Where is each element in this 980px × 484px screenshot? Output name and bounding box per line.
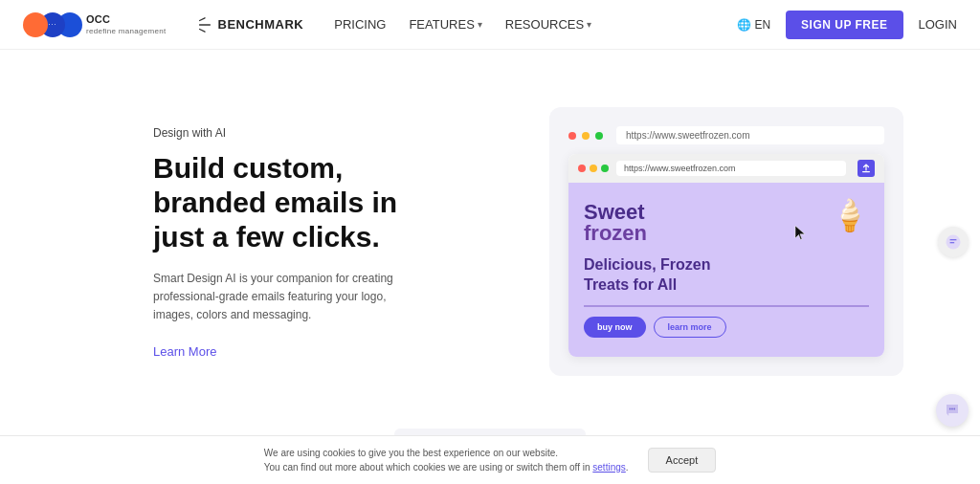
preview-learn-button[interactable]: learn more — [654, 317, 726, 338]
email-browser-bar: https://www.sweetfrozen.com — [568, 154, 884, 183]
design-ai-label: Design with AI — [153, 126, 421, 140]
inner-dot-yellow — [590, 165, 597, 172]
url-input[interactable]: https://www.sweetfrozen.com — [616, 161, 846, 176]
logo-text-block: OCC redefine management — [86, 13, 167, 35]
upload-icon — [861, 164, 871, 173]
inner-dot-red — [578, 165, 586, 172]
side-chat — [938, 227, 969, 257]
svg-line-2 — [199, 29, 204, 32]
nav-resources[interactable]: RESOURCES ▾ — [505, 17, 591, 32]
hero-text-block: Design with AI Build custom, branded ema… — [153, 107, 421, 360]
browser-dot-red — [568, 132, 576, 140]
browser-url-bar: https://www.sweetfrozen.com — [616, 126, 884, 144]
cookie-text: We are using cookies to give you the bes… — [264, 446, 629, 474]
cookie-banner: We are using cookies to give you the bes… — [0, 435, 980, 484]
email-preview-content: Sweet frozen 🍦 Delicious, Frozen Treats … — [568, 183, 884, 357]
preview-brand-logo: Sweet frozen — [584, 202, 647, 244]
svg-point-4 — [947, 235, 961, 250]
svg-point-5 — [949, 408, 951, 410]
logo-name: OCC — [86, 13, 167, 25]
hero-title: Build custom, branded emails in just a f… — [153, 151, 421, 254]
svg-line-0 — [199, 17, 204, 20]
url-upload-button[interactable] — [858, 160, 875, 177]
preview-buttons: buy now learn more — [584, 317, 869, 338]
preview-buy-button[interactable]: buy now — [584, 317, 646, 338]
login-button[interactable]: LOGIN — [919, 17, 957, 32]
hero-description: Smart Design AI is your companion for cr… — [153, 270, 421, 325]
inner-dot-green — [601, 165, 609, 172]
globe-icon: 🌐 — [737, 18, 751, 32]
browser-bar: https://www.sweetfrozen.com — [568, 126, 884, 144]
svg-point-6 — [951, 408, 953, 410]
benchmark-name: BENCHMARK — [218, 17, 304, 32]
email-browser-dots — [578, 165, 609, 172]
chat-bubble-button[interactable] — [938, 227, 969, 257]
preview-divider — [584, 305, 869, 307]
resources-chevron-icon: ▾ — [587, 19, 591, 30]
nav-links: PRICING FEATURES ▾ RESOURCES ▾ — [334, 17, 591, 32]
benchmark-brand[interactable]: BENCHMARK — [197, 16, 304, 33]
nav-pricing[interactable]: PRICING — [334, 17, 386, 32]
hero-section: Design with AI Build custom, branded ema… — [0, 50, 980, 414]
cookie-settings-link[interactable]: settings — [592, 462, 625, 473]
chat-icon — [945, 233, 962, 251]
chat-widget[interactable] — [936, 394, 969, 427]
chat-widget-button[interactable] — [936, 394, 969, 427]
logo-tagline: redefine management — [86, 27, 167, 35]
navbar-right: 🌐 EN SIGN UP FREE LOGIN — [737, 11, 957, 39]
url-text: https://www.sweetfrozen.com — [624, 164, 736, 173]
lang-label: EN — [754, 18, 770, 32]
navbar: ··· OCC redefine management BENCHMARK PR… — [0, 0, 980, 50]
benchmark-icon — [197, 16, 212, 33]
preview-tagline: Delicious, Frozen Treats for All — [584, 255, 869, 296]
preview-header: Sweet frozen 🍦 — [584, 202, 869, 244]
nav-features[interactable]: FEATURES ▾ — [409, 17, 481, 32]
ice-cream-icon: 🍦 — [831, 197, 869, 233]
features-chevron-icon: ▾ — [478, 19, 482, 30]
svg-rect-3 — [862, 171, 870, 172]
email-preview-wrapper: https://www.sweetfrozen.com https://www.… — [549, 107, 903, 376]
navbar-left: ··· OCC redefine management BENCHMARK PR… — [23, 12, 591, 37]
learn-more-link[interactable]: Learn More — [153, 344, 216, 359]
occ-logo[interactable]: ··· OCC redefine management — [23, 12, 167, 37]
chat-dots-icon: ··· — [48, 20, 57, 29]
chat-widget-icon — [944, 402, 961, 419]
browser-dot-green — [595, 132, 603, 140]
cookie-accept-button[interactable]: Accept — [648, 448, 717, 473]
email-inner: https://www.sweetfrozen.com — [568, 154, 884, 357]
browser-dot-yellow — [582, 132, 590, 140]
logo-circle-orange — [23, 12, 48, 37]
svg-point-7 — [953, 408, 955, 410]
cookie-line1: We are using cookies to give you the bes… — [264, 448, 558, 458]
language-selector[interactable]: 🌐 EN — [737, 18, 770, 32]
signup-button[interactable]: SIGN UP FREE — [786, 11, 902, 39]
cookie-line2: You can find out more about which cookie… — [264, 462, 590, 473]
